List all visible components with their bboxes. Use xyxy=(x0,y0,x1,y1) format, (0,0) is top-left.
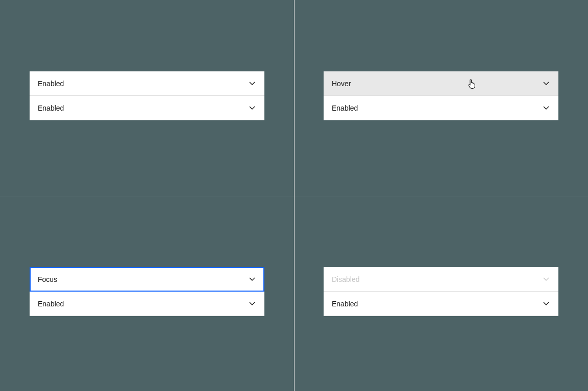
accordion-item-label: Enabled xyxy=(38,80,248,87)
quadrant-focus: Focus Enabled xyxy=(0,196,294,391)
quadrant-disabled: Disabled Enabled xyxy=(294,196,588,391)
accordion-item-label: Enabled xyxy=(38,300,248,307)
chevron-down-icon xyxy=(248,80,256,88)
chevron-down-icon xyxy=(542,104,550,112)
chevron-down-icon xyxy=(248,275,256,283)
accordion-item[interactable]: Enabled xyxy=(30,96,264,120)
accordion-item-label: Hover xyxy=(332,80,542,87)
chevron-down-icon xyxy=(542,275,550,283)
accordion-item-label: Enabled xyxy=(332,105,542,112)
accordion-item-label: Disabled xyxy=(332,276,542,283)
accordion: Enabled Enabled xyxy=(30,71,264,120)
accordion: Disabled Enabled xyxy=(324,267,558,316)
accordion-item-focus[interactable]: Focus xyxy=(30,267,264,292)
quadrant-hover: Hover Enabled xyxy=(294,0,588,196)
chevron-down-icon xyxy=(542,80,550,88)
accordion-item-disabled: Disabled xyxy=(324,267,558,292)
accordion-item-label: Focus xyxy=(38,276,248,283)
accordion-item-hover[interactable]: Hover xyxy=(324,71,558,96)
horizontal-divider xyxy=(0,196,588,196)
accordion-item[interactable]: Enabled xyxy=(30,292,264,316)
quadrant-enabled: Enabled Enabled xyxy=(0,0,294,196)
accordion: Hover Enabled xyxy=(324,71,558,120)
chevron-down-icon xyxy=(248,300,256,308)
chevron-down-icon xyxy=(542,300,550,308)
accordion-item[interactable]: Enabled xyxy=(30,71,264,96)
accordion-item[interactable]: Enabled xyxy=(324,292,558,316)
accordion-item-label: Enabled xyxy=(332,300,542,307)
accordion-item-label: Enabled xyxy=(38,105,248,112)
accordion: Focus Enabled xyxy=(30,267,264,316)
accordion-item[interactable]: Enabled xyxy=(324,96,558,120)
chevron-down-icon xyxy=(248,104,256,112)
